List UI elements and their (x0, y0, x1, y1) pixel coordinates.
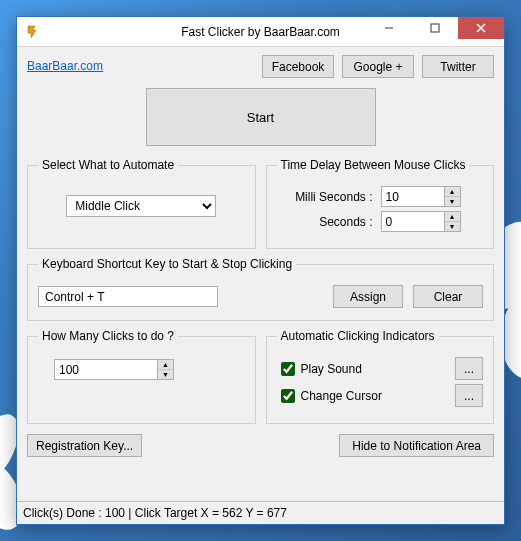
change-cursor-checkbox[interactable] (281, 389, 295, 403)
googleplus-button[interactable]: Google + (342, 55, 414, 78)
howmany-spinner[interactable]: ▲ ▼ (54, 359, 174, 380)
app-icon (25, 24, 41, 40)
howmany-input[interactable] (54, 359, 158, 380)
howmany-spin-down[interactable]: ▼ (158, 370, 173, 379)
title-bar[interactable]: Fast Clicker by BaarBaar.com (17, 17, 504, 47)
ms-spin-up[interactable]: ▲ (445, 187, 460, 197)
sec-label: Seconds : (277, 215, 373, 229)
start-button[interactable]: Start (146, 88, 376, 146)
howmany-spin-up[interactable]: ▲ (158, 360, 173, 370)
minimize-button[interactable] (366, 17, 412, 39)
assign-button[interactable]: Assign (333, 285, 403, 308)
shortcut-legend: Keyboard Shortcut Key to Start & Stop Cl… (38, 257, 296, 271)
sec-spinner[interactable]: ▲ ▼ (381, 211, 461, 232)
play-sound-browse-button[interactable]: ... (455, 357, 483, 380)
ms-input[interactable] (381, 186, 445, 207)
delay-group: Time Delay Between Mouse Clicks Milli Se… (266, 158, 495, 249)
howmany-legend: How Many Clicks to do ? (38, 329, 178, 343)
sec-spin-down[interactable]: ▼ (445, 222, 460, 231)
sec-input[interactable] (381, 211, 445, 232)
close-button[interactable] (458, 17, 504, 39)
delay-legend: Time Delay Between Mouse Clicks (277, 158, 470, 172)
facebook-button[interactable]: Facebook (262, 55, 334, 78)
automate-group: Select What to Automate Middle Click (27, 158, 256, 249)
indicators-legend: Automatic Clicking Indicators (277, 329, 439, 343)
change-cursor-browse-button[interactable]: ... (455, 384, 483, 407)
automate-legend: Select What to Automate (38, 158, 178, 172)
twitter-button[interactable]: Twitter (422, 55, 494, 78)
svg-rect-1 (431, 24, 439, 32)
ms-spin-down[interactable]: ▼ (445, 197, 460, 206)
howmany-group: How Many Clicks to do ? ▲ ▼ (27, 329, 256, 424)
app-window: Fast Clicker by BaarBaar.com BaarBaar.co… (16, 16, 505, 525)
indicators-group: Automatic Clicking Indicators Play Sound… (266, 329, 495, 424)
hide-to-tray-button[interactable]: Hide to Notification Area (339, 434, 494, 457)
shortcut-input[interactable] (38, 286, 218, 307)
change-cursor-label: Change Cursor (301, 389, 382, 403)
homepage-link[interactable]: BaarBaar.com (27, 55, 103, 73)
maximize-button[interactable] (412, 17, 458, 39)
automate-select[interactable]: Middle Click (66, 195, 216, 217)
sec-spin-up[interactable]: ▲ (445, 212, 460, 222)
status-bar: Click(s) Done : 100 | Click Target X = 5… (17, 501, 504, 524)
ms-label: Milli Seconds : (277, 190, 373, 204)
registration-key-button[interactable]: Registration Key... (27, 434, 142, 457)
ms-spinner[interactable]: ▲ ▼ (381, 186, 461, 207)
play-sound-checkbox[interactable] (281, 362, 295, 376)
shortcut-group: Keyboard Shortcut Key to Start & Stop Cl… (27, 257, 494, 321)
play-sound-label: Play Sound (301, 362, 362, 376)
clear-button[interactable]: Clear (413, 285, 483, 308)
